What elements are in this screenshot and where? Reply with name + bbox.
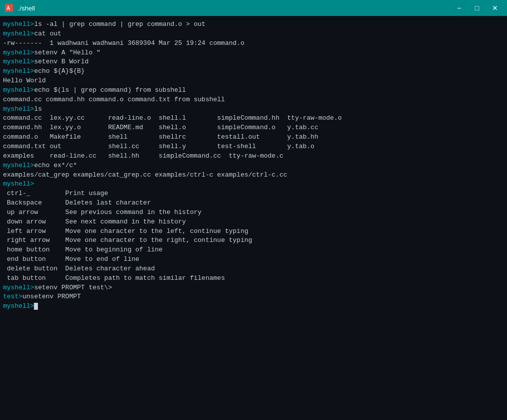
ls-output: examples read-line.cc shell.hh simpleCom… bbox=[3, 152, 504, 161]
ls-output: command.txt out shell.cc shell.y test-sh… bbox=[3, 142, 504, 152]
prompt: myshell> bbox=[3, 284, 34, 291]
help-row: right arrow Move one character to the ri… bbox=[3, 236, 504, 245]
ls-output: command.cc lex.yy.cc read-line.o shell.l… bbox=[3, 114, 504, 123]
help-row: Backspace Deletes last character bbox=[3, 199, 504, 208]
help-row: end button Move to end of line bbox=[3, 255, 504, 264]
prompt: myshell> bbox=[3, 58, 34, 65]
help-row: ctrl-_ Print usage bbox=[3, 189, 504, 199]
minimize-button[interactable]: − bbox=[451, 2, 467, 14]
help-row: up arrow See previous command in the his… bbox=[3, 208, 504, 217]
prompt: myshell> bbox=[3, 302, 34, 310]
prompt: myshell> bbox=[3, 162, 34, 169]
prompt: myshell> bbox=[3, 30, 34, 37]
prompt: myshell> bbox=[3, 67, 34, 75]
prompt: myshell> bbox=[3, 20, 34, 28]
prompt: myshell> bbox=[3, 105, 34, 113]
output-line: examples/cat_grep examples/cat_grep.cc e… bbox=[3, 171, 287, 179]
window-title: ./shell bbox=[18, 4, 35, 12]
ls-output: command.o Makefile shell shellrc testall… bbox=[3, 133, 504, 142]
help-row: left arrow Move one character to the lef… bbox=[3, 227, 504, 236]
prompt: myshell> bbox=[3, 86, 34, 94]
prompt-test: test> bbox=[3, 293, 22, 300]
close-button[interactable]: ✕ bbox=[487, 2, 503, 14]
maximize-button[interactable]: □ bbox=[469, 2, 485, 14]
output-line: -rw------- 1 wadhwani wadhwani 3689304 M… bbox=[3, 39, 245, 47]
help-row: delete button Deletes character ahead bbox=[3, 264, 504, 274]
hello-world-output: Hello World bbox=[3, 77, 46, 84]
help-row: home button Move to beginning of line bbox=[3, 245, 504, 255]
title-bar-left: A ./shell bbox=[4, 3, 35, 13]
cursor bbox=[34, 303, 38, 310]
help-row: tab button Completes path to match simil… bbox=[3, 274, 504, 283]
svg-text:A: A bbox=[6, 5, 10, 11]
prompt: myshell> bbox=[3, 49, 34, 56]
ls-output: command.hh lex.yy.o README.md shell.o si… bbox=[3, 123, 504, 133]
terminal-body[interactable]: myshell>ls -al | grep command | grep com… bbox=[0, 16, 507, 420]
shell-icon: A bbox=[4, 3, 14, 13]
window: A ./shell − □ ✕ myshell>ls -al | grep co… bbox=[0, 0, 507, 420]
window-controls: − □ ✕ bbox=[451, 2, 503, 14]
help-row: down arrow See next command in the histo… bbox=[3, 217, 504, 227]
output-line: command.cc command.hh command.o command.… bbox=[3, 96, 225, 103]
title-bar: A ./shell − □ ✕ bbox=[0, 0, 507, 16]
prompt: myshell> bbox=[3, 180, 34, 188]
